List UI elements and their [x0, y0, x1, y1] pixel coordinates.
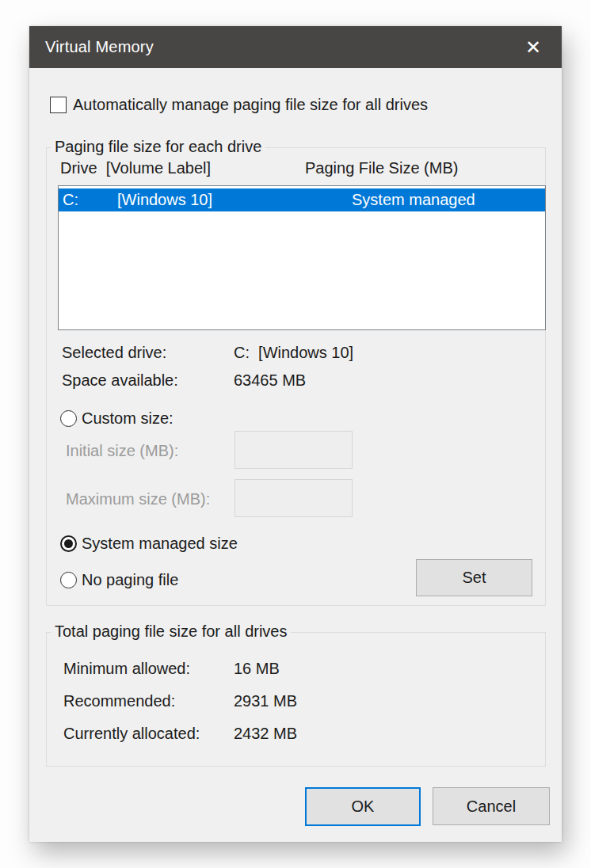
- drive-letter: C:: [63, 191, 78, 209]
- currently-allocated-label: Currently allocated:: [63, 725, 200, 743]
- space-available-value: 63465 MB: [234, 371, 306, 390]
- window-title: Virtual Memory: [29, 38, 154, 56]
- drive-paging-size: System managed: [352, 191, 475, 209]
- no-paging-row: No paging file: [60, 571, 178, 589]
- system-managed-label: System managed size: [82, 535, 238, 553]
- maximum-size-label: Maximum size (MB):: [66, 490, 210, 508]
- drive-list-item[interactable]: C: [Windows 10] System managed: [59, 188, 545, 211]
- custom-size-label: Custom size:: [82, 409, 173, 428]
- custom-size-radio[interactable]: [60, 410, 77, 427]
- column-header-size: Paging File Size (MB): [305, 159, 458, 177]
- virtual-memory-dialog: Virtual Memory ✕ Automatically manage pa…: [29, 26, 562, 842]
- system-managed-radio[interactable]: [60, 535, 77, 552]
- cancel-button[interactable]: Cancel: [433, 787, 550, 825]
- auto-manage-checkbox[interactable]: [50, 97, 67, 113]
- maximum-size-input[interactable]: [234, 479, 353, 517]
- selected-drive-value: C: [Windows 10]: [234, 344, 353, 362]
- set-button[interactable]: Set: [416, 559, 532, 596]
- no-paging-label: No paging file: [82, 571, 178, 589]
- currently-allocated-value: 2432 MB: [234, 725, 297, 743]
- drive-listbox[interactable]: C: [Windows 10] System managed: [58, 185, 546, 330]
- no-paging-radio[interactable]: [60, 572, 77, 588]
- title-bar[interactable]: Virtual Memory ✕: [29, 26, 562, 68]
- screen-background: Virtual Memory ✕ Automatically manage pa…: [0, 0, 591, 868]
- space-available-label: Space available:: [62, 371, 178, 390]
- total-paging-group-title: Total paging file size for all drives: [51, 622, 291, 641]
- close-icon[interactable]: ✕: [511, 26, 555, 68]
- drive-volume-label: [Windows 10]: [117, 191, 212, 209]
- minimum-allowed-label: Minimum allowed:: [63, 660, 190, 678]
- paging-file-group-title: Paging file size for each drive: [51, 138, 265, 156]
- initial-size-label: Initial size (MB):: [66, 442, 178, 460]
- custom-size-row: Custom size:: [60, 409, 173, 428]
- selected-drive-label: Selected drive:: [62, 344, 166, 362]
- auto-manage-row: Automatically manage paging file size fo…: [50, 96, 428, 114]
- minimum-allowed-value: 16 MB: [234, 660, 280, 678]
- recommended-label: Recommended:: [63, 692, 175, 710]
- recommended-value: 2931 MB: [234, 692, 297, 710]
- column-header-drive: Drive [Volume Label]: [60, 159, 211, 177]
- initial-size-input[interactable]: [234, 431, 353, 469]
- system-managed-row: System managed size: [60, 535, 238, 553]
- ok-button[interactable]: OK: [305, 787, 421, 826]
- auto-manage-label: Automatically manage paging file size fo…: [73, 96, 428, 114]
